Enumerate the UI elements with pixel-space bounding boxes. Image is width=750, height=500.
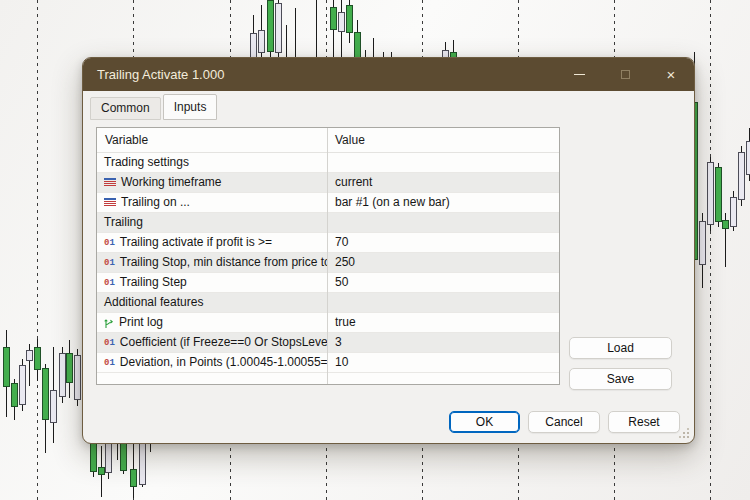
param-row[interactable]: 01Trailing activate if profit is >=70: [97, 233, 559, 253]
integer-icon: 01: [104, 278, 115, 288]
param-value[interactable]: 250: [327, 253, 559, 272]
candle-bearish: [50, 390, 57, 423]
table-header: Variable Value: [97, 128, 559, 153]
param-row[interactable]: Print logtrue: [97, 313, 559, 333]
param-label: Coefficient (if Freeze==0 Or StopsLevel.…: [120, 333, 327, 352]
timeframe-icon: [104, 198, 116, 208]
param-label: Deviation, in Points (1.00045-1.00055=..…: [120, 353, 327, 372]
candle-bullish: [34, 347, 41, 370]
param-row[interactable]: 01Trailing Stop, min distance from price…: [97, 253, 559, 273]
param-value[interactable]: bar #1 (on a new bar): [327, 193, 559, 212]
gridline: [37, 0, 38, 500]
candle-bearish: [26, 350, 33, 361]
param-row[interactable]: 01Deviation, in Points (1.00045-1.00055=…: [97, 353, 559, 373]
integer-icon: 01: [104, 338, 115, 348]
candle-bearish: [74, 355, 81, 400]
candle-bullish: [354, 32, 361, 60]
candle-wick: [295, 8, 296, 60]
candle-bearish: [258, 30, 265, 53]
candle-bullish: [130, 469, 137, 487]
param-label: Trailing on ...: [121, 193, 190, 212]
candle-bullish: [66, 353, 73, 383]
candle-bearish: [699, 221, 706, 265]
param-row[interactable]: 01Coefficient (if Freeze==0 Or StopsLeve…: [97, 333, 559, 353]
candle-bullish: [3, 347, 10, 387]
candle-bullish: [267, 0, 274, 52]
save-button[interactable]: Save: [569, 368, 672, 390]
candle-bullish: [98, 467, 105, 475]
param-label: Trading settings: [104, 153, 189, 172]
param-value[interactable]: current: [327, 173, 559, 192]
candle-wick: [286, 25, 287, 60]
dialog-title: Trailing Activate 1.000: [83, 67, 556, 82]
load-button[interactable]: Load: [569, 337, 672, 359]
candle-bullish: [346, 5, 353, 33]
cancel-button[interactable]: Cancel: [528, 411, 600, 433]
minimize-button[interactable]: [556, 58, 602, 91]
window-controls: ×: [556, 58, 694, 91]
candle-bearish: [19, 365, 26, 405]
param-row[interactable]: Working timeframecurrent: [97, 173, 559, 193]
maximize-button: [602, 58, 648, 91]
maximize-icon: [621, 70, 630, 79]
candle-bearish: [338, 12, 345, 32]
candle-wick: [316, 0, 317, 60]
param-label: Trailing Stop, min distance from price t…: [120, 253, 327, 272]
group-row[interactable]: Additional features: [97, 293, 559, 313]
param-value: [327, 213, 559, 232]
param-label: Print log: [119, 313, 163, 332]
candle-bearish: [59, 353, 66, 397]
candle-bearish: [746, 141, 750, 175]
column-header-variable[interactable]: Variable: [97, 128, 327, 152]
dialog-trailing-activate: Trailing Activate 1.000 × CommonInputs V…: [82, 57, 695, 444]
minimize-icon: [574, 74, 585, 75]
candle-bearish: [275, 3, 282, 53]
candle-bullish: [11, 383, 18, 407]
integer-icon: 01: [104, 258, 115, 268]
param-row[interactable]: 01Trailing Step50: [97, 273, 559, 293]
candle-bearish: [250, 33, 257, 60]
ok-button[interactable]: OK: [449, 411, 520, 433]
param-value[interactable]: 10: [327, 353, 559, 372]
param-label: Working timeframe: [121, 173, 221, 192]
candle-wick: [133, 436, 134, 498]
close-icon: ×: [667, 67, 676, 82]
candle-bullish: [42, 368, 49, 420]
flag-icon: [103, 317, 115, 329]
reset-button[interactable]: Reset: [608, 411, 680, 433]
param-value[interactable]: true: [327, 313, 559, 332]
candle-bullish: [722, 220, 729, 229]
param-label: Trailing activate if profit is >=: [120, 233, 272, 252]
candle-bearish: [738, 152, 745, 200]
integer-icon: 01: [104, 358, 115, 368]
param-value: [327, 293, 559, 312]
param-value[interactable]: 3: [327, 333, 559, 352]
tab-common[interactable]: Common: [90, 97, 161, 120]
param-value: [327, 153, 559, 172]
tab-bar: CommonInputs: [90, 94, 219, 120]
param-label: Trailing: [104, 213, 143, 232]
candle-bearish: [707, 162, 714, 225]
dialog-titlebar[interactable]: Trailing Activate 1.000 ×: [83, 58, 694, 91]
param-value[interactable]: 70: [327, 233, 559, 252]
group-row[interactable]: Trailing: [97, 213, 559, 233]
candle-bullish: [330, 7, 337, 30]
candle-bullish: [715, 167, 722, 222]
column-header-value[interactable]: Value: [327, 128, 559, 152]
resize-grip[interactable]: [678, 427, 689, 438]
table-rows: Trading settingsWorking timeframecurrent…: [97, 153, 559, 373]
timeframe-icon: [104, 178, 116, 188]
param-label: Trailing Step: [120, 273, 187, 292]
candle-bearish: [730, 197, 737, 227]
integer-icon: 01: [104, 238, 115, 248]
param-label: Additional features: [104, 293, 203, 312]
param-row[interactable]: Trailing on ...bar #1 (on a new bar): [97, 193, 559, 213]
inputs-table: Variable Value Trading settingsWorking t…: [96, 127, 560, 385]
group-row[interactable]: Trading settings: [97, 153, 559, 173]
close-button[interactable]: ×: [648, 58, 694, 91]
gridline: [710, 0, 711, 500]
tab-inputs[interactable]: Inputs: [163, 94, 218, 120]
param-value[interactable]: 50: [327, 273, 559, 292]
column-divider[interactable]: [327, 128, 328, 384]
